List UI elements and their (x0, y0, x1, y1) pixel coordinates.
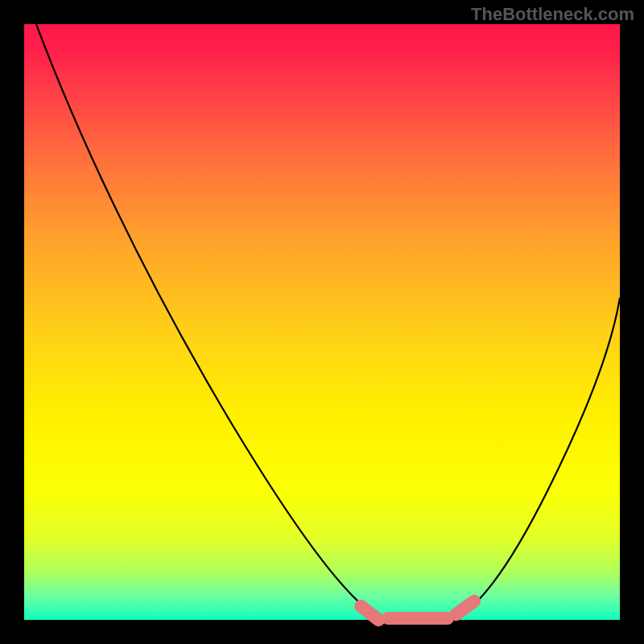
right-branch-curve (453, 298, 620, 617)
left-branch-curve (36, 24, 382, 617)
highlight-seg-mid (382, 612, 454, 625)
curve-layer (24, 24, 620, 620)
attribution-text: TheBottleneck.com (471, 4, 634, 25)
chart-area (24, 24, 620, 620)
